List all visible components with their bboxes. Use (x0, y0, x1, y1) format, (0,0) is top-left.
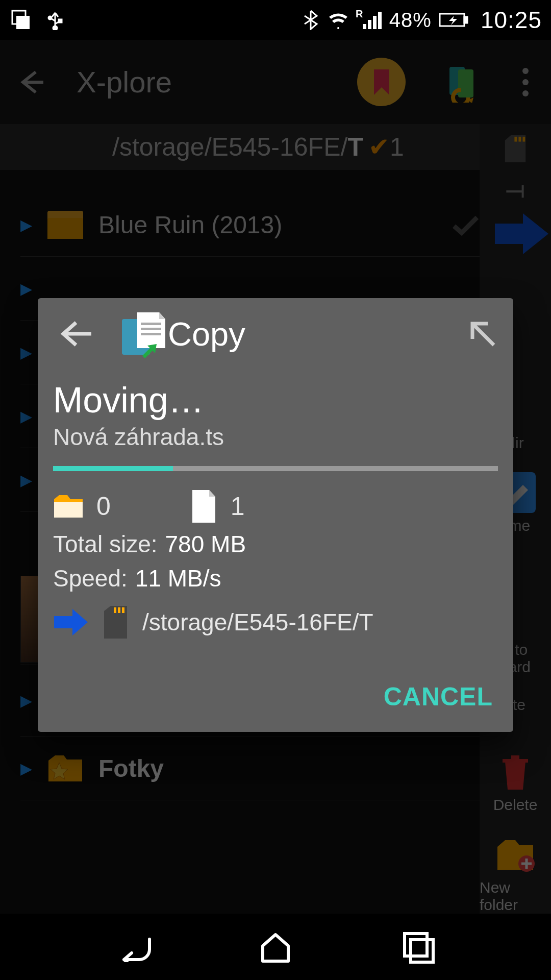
svg-rect-8 (373, 16, 377, 29)
wifi-icon (328, 10, 348, 30)
usb-icon (45, 10, 65, 30)
total-label: Total size: (53, 531, 158, 557)
svg-point-2 (48, 16, 52, 19)
svg-rect-34 (411, 940, 433, 962)
svg-rect-9 (378, 12, 382, 29)
bluetooth-icon (300, 10, 321, 30)
copy-dialog: Copy Moving… Nová záhrada.ts 0 1 Total s… (38, 298, 513, 732)
svg-rect-30 (114, 607, 116, 613)
svg-rect-7 (368, 20, 371, 29)
arrow-right-icon (53, 607, 89, 638)
svg-rect-3 (59, 19, 62, 22)
sdcard-icon (102, 605, 130, 640)
dialog-status: Moving… (53, 380, 498, 421)
signal-icon: R (356, 10, 382, 30)
file-icon (190, 489, 218, 524)
svg-rect-11 (464, 17, 467, 23)
nav-recent-button[interactable] (398, 926, 439, 967)
folder-icon (53, 494, 84, 519)
collapse-icon[interactable] (467, 318, 498, 349)
svg-rect-27 (141, 328, 161, 330)
file-count: 1 (231, 492, 245, 521)
speed-label: Speed: (53, 565, 128, 592)
nav-back-button[interactable] (112, 926, 153, 967)
svg-rect-32 (122, 607, 124, 613)
dialog-back-button[interactable] (53, 311, 99, 357)
total-value: 780 MB (165, 531, 246, 557)
svg-text:R: R (356, 10, 363, 19)
cancel-button[interactable]: CANCEL (384, 682, 493, 712)
dest-path: /storage/E545-16FE/T (142, 608, 373, 636)
svg-rect-1 (16, 16, 30, 29)
folder-count: 0 (96, 492, 111, 521)
status-bar: R 48% 10:25 (0, 0, 551, 40)
speed-value: 11 MB/s (135, 565, 221, 592)
progress-fill (53, 466, 173, 471)
battery-percent: 48% (389, 9, 432, 32)
clock: 10:25 (481, 6, 542, 34)
svg-rect-31 (118, 607, 120, 613)
svg-point-4 (53, 26, 57, 30)
svg-rect-26 (141, 323, 161, 325)
progress-bar (53, 466, 498, 471)
svg-rect-6 (363, 24, 366, 29)
svg-rect-33 (405, 934, 427, 956)
copy-icon (119, 310, 168, 358)
multiwindow-icon (10, 10, 31, 30)
battery-icon (439, 10, 468, 30)
dialog-title: Copy (168, 315, 245, 353)
svg-rect-28 (141, 333, 161, 335)
nav-home-button[interactable] (255, 926, 296, 967)
nav-bar (0, 914, 551, 980)
dialog-filename: Nová záhrada.ts (53, 423, 498, 451)
svg-rect-29 (54, 502, 83, 518)
